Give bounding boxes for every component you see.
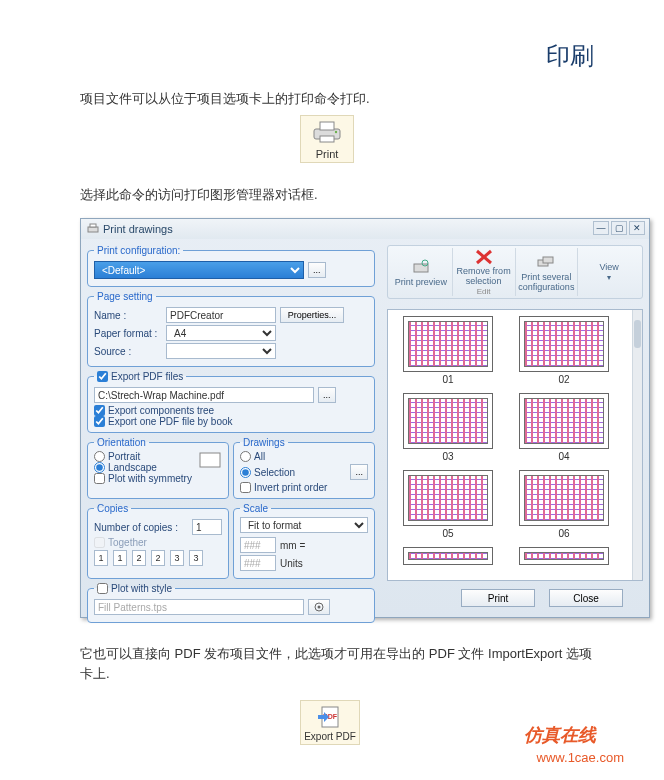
copies-group: Copies Number of copies : Together 1 1 2… (87, 503, 229, 579)
print-ribbon-label: Print (303, 148, 351, 160)
thumbnail-06[interactable]: 06 (510, 470, 618, 539)
thumbnail-03[interactable]: 03 (394, 393, 502, 462)
close-button[interactable]: Close (549, 589, 623, 607)
together-label: Together (108, 537, 147, 548)
page-setting-legend: Page setting (94, 291, 156, 302)
export-path-input[interactable] (94, 387, 314, 403)
remove-selection-label: Remove from selection (453, 266, 515, 286)
window-close[interactable]: ✕ (629, 221, 645, 235)
plot-style-label: Plot with style (111, 583, 172, 594)
num-copies-input[interactable] (192, 519, 222, 535)
thumbnail-05[interactable]: 05 (394, 470, 502, 539)
export-path-browse-button[interactable]: ... (318, 387, 336, 403)
orientation-group: Orientation Portrait Landscape Plot with… (87, 437, 229, 499)
print-several-button[interactable]: Print several configurations (516, 248, 579, 296)
orientation-legend: Orientation (94, 437, 149, 448)
paper-format-select[interactable]: A4 (166, 325, 276, 341)
printer-icon (311, 120, 343, 144)
thumbnail-partial[interactable] (510, 547, 618, 567)
dialog-titlebar: Print drawings — ▢ ✕ (81, 219, 649, 239)
scale-fit-select[interactable]: Fit to format (240, 517, 368, 533)
all-label: All (254, 451, 265, 462)
thumbnail-02[interactable]: 02 (510, 316, 618, 385)
selection-radio[interactable] (240, 467, 251, 478)
remove-icon (474, 248, 494, 265)
dialog-footer: Print Close (387, 585, 643, 611)
print-config-more-button[interactable]: ... (308, 262, 326, 278)
svg-rect-1 (320, 122, 334, 130)
export-pdf-ribbon-button[interactable]: PDF Export PDF (300, 700, 360, 745)
thumbnail-partial[interactable] (394, 547, 502, 567)
plot-style-group: Plot with style (87, 583, 375, 623)
together-checkbox (94, 537, 105, 548)
plot-style-settings-button[interactable] (308, 599, 330, 615)
plot-style-input (94, 599, 304, 615)
drawings-group: Drawings All Selection ... Invert print … (233, 437, 375, 499)
properties-button[interactable]: Properties... (280, 307, 344, 323)
export-tree-label: Export components tree (108, 405, 214, 416)
pdf-icon: PDF (316, 705, 344, 729)
vertical-scrollbar[interactable] (632, 310, 642, 580)
thumbnail-04[interactable]: 04 (510, 393, 618, 462)
drawings-more-button[interactable]: ... (350, 464, 368, 480)
export-pdf-label: Export PDF files (111, 371, 183, 382)
scale-group: Scale Fit to format mm = Units (233, 503, 375, 579)
right-pane: Print preview Remove from selection Edit… (381, 239, 649, 617)
thumbnail-label: 01 (442, 374, 453, 385)
scale-mm-label: mm = (280, 540, 305, 551)
remove-selection-button[interactable]: Remove from selection Edit (453, 248, 516, 296)
name-label: Name : (94, 310, 162, 321)
page-title: 印刷 (546, 40, 594, 72)
source-select[interactable] (166, 343, 276, 359)
window-maximize[interactable]: ▢ (611, 221, 627, 235)
paragraph-2: 选择此命令的访问打印图形管理器对话框. (80, 186, 318, 204)
plot-style-checkbox[interactable] (97, 583, 108, 594)
svg-point-3 (335, 131, 337, 133)
view-dropdown[interactable]: View ▾ (578, 248, 640, 296)
svg-rect-2 (320, 136, 334, 142)
page-setting-group: Page setting Name : Properties... Paper … (87, 291, 375, 367)
svg-rect-4 (88, 227, 98, 232)
print-button[interactable]: Print (461, 589, 535, 607)
invert-order-checkbox[interactable] (240, 482, 251, 493)
watermark-brand: 仿真在线 (524, 723, 596, 747)
portrait-radio[interactable] (94, 451, 105, 462)
all-radio[interactable] (240, 451, 251, 462)
landscape-radio[interactable] (94, 462, 105, 473)
scale-units-input (240, 555, 276, 571)
thumbnails-area: 01 02 03 04 05 06 (387, 309, 643, 581)
print-config-select[interactable]: <Default> (94, 261, 304, 279)
svg-rect-6 (200, 453, 220, 467)
print-preview-label: Print preview (395, 277, 447, 287)
export-pdf-checkbox[interactable] (97, 371, 108, 382)
copy-order-1: 1 (94, 550, 108, 566)
source-label: Source : (94, 346, 162, 357)
export-book-checkbox[interactable] (94, 416, 105, 427)
print-several-label: Print several configurations (516, 272, 578, 292)
thumbnail-label: 06 (558, 528, 569, 539)
copy-order-5: 3 (170, 550, 184, 566)
svg-rect-14 (543, 257, 553, 263)
gear-icon (313, 601, 325, 613)
selection-label: Selection (254, 467, 295, 478)
print-config-legend: Print configuration: (94, 245, 183, 256)
toolbar: Print preview Remove from selection Edit… (387, 245, 643, 299)
plot-symmetry-checkbox[interactable] (94, 473, 105, 484)
printer-icon (87, 223, 99, 235)
print-ribbon-button[interactable]: Print (300, 115, 354, 163)
portrait-label: Portrait (108, 451, 140, 462)
thumbnail-label: 03 (442, 451, 453, 462)
thumbnail-01[interactable]: 01 (394, 316, 502, 385)
drawings-legend: Drawings (240, 437, 288, 448)
export-book-label: Export one PDF file by book (108, 416, 233, 427)
printer-name-input[interactable] (166, 307, 276, 323)
landscape-label: Landscape (108, 462, 157, 473)
scale-mm-input (240, 537, 276, 553)
thumbnail-label: 04 (558, 451, 569, 462)
copy-order-4: 2 (151, 550, 165, 566)
print-preview-button[interactable]: Print preview (390, 248, 453, 296)
export-tree-checkbox[interactable] (94, 405, 105, 416)
copy-order-6: 3 (189, 550, 203, 566)
svg-point-8 (318, 606, 321, 609)
window-minimize[interactable]: — (593, 221, 609, 235)
